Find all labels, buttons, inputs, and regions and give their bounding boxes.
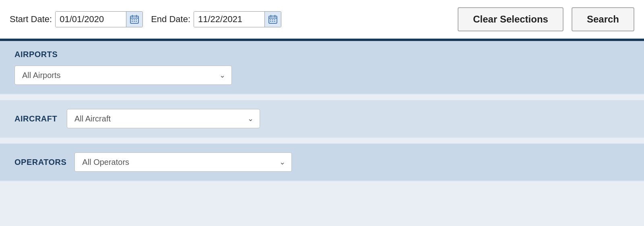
svg-rect-5 bbox=[134, 19, 135, 20]
svg-rect-4 bbox=[132, 19, 133, 20]
calendar-icon bbox=[130, 14, 139, 24]
svg-rect-7 bbox=[132, 21, 133, 22]
operators-header: OPERATORS bbox=[14, 158, 66, 167]
end-date-label: End Date: bbox=[151, 14, 190, 25]
airports-block: AIRPORTS All Airports ⌄ bbox=[0, 41, 644, 95]
aircraft-block: AIRCRAFT All Aircraft ⌄ bbox=[0, 100, 644, 138]
start-date-calendar-button[interactable] bbox=[126, 12, 142, 27]
svg-rect-17 bbox=[270, 21, 271, 22]
svg-rect-18 bbox=[272, 21, 273, 22]
filter-section: AIRPORTS All Airports ⌄ AIRCRAFT All Air… bbox=[0, 41, 644, 181]
top-bar: Start Date: End Date: bbox=[0, 0, 644, 41]
aircraft-select[interactable]: All Aircraft bbox=[67, 109, 260, 128]
start-date-input-wrapper bbox=[55, 11, 143, 27]
aircraft-row: AIRCRAFT All Aircraft ⌄ bbox=[14, 109, 630, 128]
end-date-group: End Date: bbox=[151, 11, 281, 27]
operators-select-wrapper: All Operators ⌄ bbox=[74, 152, 292, 172]
airports-header: AIRPORTS bbox=[14, 50, 630, 59]
airports-select[interactable]: All Airports bbox=[14, 66, 232, 85]
operators-select[interactable]: All Operators bbox=[74, 152, 292, 172]
end-date-calendar-button[interactable] bbox=[264, 12, 281, 27]
operators-row: OPERATORS All Operators ⌄ bbox=[14, 152, 630, 172]
svg-rect-8 bbox=[134, 21, 135, 22]
svg-rect-14 bbox=[270, 19, 271, 20]
search-button[interactable]: Search bbox=[572, 7, 634, 31]
clear-selections-button[interactable]: Clear Selections bbox=[458, 7, 564, 31]
svg-rect-15 bbox=[272, 19, 273, 20]
aircraft-select-wrapper: All Aircraft ⌄ bbox=[67, 109, 260, 128]
start-date-label: Start Date: bbox=[10, 14, 52, 25]
svg-rect-16 bbox=[274, 19, 275, 20]
aircraft-header: AIRCRAFT bbox=[14, 114, 59, 123]
svg-rect-6 bbox=[136, 19, 137, 20]
airports-select-wrapper: All Airports ⌄ bbox=[14, 66, 232, 85]
calendar-icon bbox=[268, 14, 278, 24]
end-date-input-wrapper bbox=[194, 11, 281, 27]
operators-block: OPERATORS All Operators ⌄ bbox=[0, 144, 644, 181]
end-date-input[interactable] bbox=[194, 12, 264, 27]
svg-rect-19 bbox=[274, 21, 275, 22]
start-date-input[interactable] bbox=[56, 12, 126, 27]
svg-rect-9 bbox=[136, 21, 137, 22]
gap-2 bbox=[0, 138, 644, 144]
gap-1 bbox=[0, 95, 644, 100]
start-date-group: Start Date: bbox=[10, 11, 143, 27]
